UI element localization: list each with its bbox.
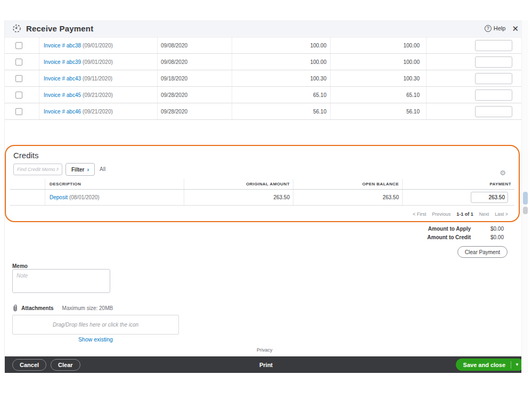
credit-row: Deposit(08/01/2020) 263.50 263.50 [10,190,514,206]
pagination-range: 1-1 of 1 [456,211,473,217]
print-button[interactable]: Print [250,362,282,368]
outstanding-transactions-table: Invoice # abc38(09/01/2020) 09/08/2020 1… [5,37,527,120]
invoice-row-checkbox[interactable] [15,42,22,49]
open-balance: 100.30 [331,70,427,86]
save-and-close-button[interactable]: Save and close ▼ [456,359,524,371]
open-balance: 65.10 [331,87,427,103]
show-existing-link[interactable]: Show existing [12,336,179,343]
due-date: 09/28/2020 [158,87,232,103]
due-date: 09/28/2020 [158,103,232,119]
deposit-date: (08/01/2020) [69,194,100,200]
scrollbar-thumb[interactable] [523,192,528,205]
clear-payment-button[interactable]: Clear Payment [457,246,508,258]
invoice-link[interactable]: Invoice # abc43 [44,76,81,82]
footer-bar: Cancel Clear Print Save and close ▼ [5,356,527,373]
deposit-link[interactable]: Deposit [50,194,68,200]
table-row: Invoice # abc43(09/11/2020) 09/18/2020 1… [5,70,527,87]
credits-table-header: DESCRIPTION ORIGINAL AMOUNT OPEN BALANCE… [10,179,514,190]
clear-button[interactable]: Clear [51,359,80,371]
dialog-header: Receive Payment ? Help ✕ [5,20,527,36]
open-balance: 100.00 [331,54,427,70]
chevron-right-icon: › [87,166,89,173]
memo-label: Memo [12,263,28,269]
payment-input[interactable] [475,40,512,51]
credits-table: DESCRIPTION ORIGINAL AMOUNT OPEN BALANCE… [10,179,514,206]
payment-input[interactable] [475,89,512,101]
page-title: Receive Payment [26,24,93,33]
pagination-last[interactable]: Last > [495,211,508,217]
invoice-row-checkbox[interactable] [15,75,22,82]
open-balance: 100.00 [331,37,427,53]
open-balance: 56.10 [331,103,427,119]
table-row: Invoice # abc46(09/21/2020) 09/28/2020 5… [5,103,527,120]
invoice-row-checkbox[interactable] [15,59,22,66]
pagination-next[interactable]: Next [479,211,489,217]
vertical-scrollbar[interactable] [521,20,528,373]
col-payment: PAYMENT [403,179,514,189]
attachments-max-size: Maximum size: 20MB [62,305,113,311]
recent-transactions-clock-icon[interactable] [12,24,21,33]
filter-button[interactable]: Filter › [66,163,95,176]
due-date: 09/08/2020 [158,54,232,70]
scrollbar-thumb[interactable] [523,207,528,214]
original-amount: 100.30 [232,70,331,86]
credits-panel: Credits Filter › All ⚙ DESCRIPTION ORIGI… [5,145,520,222]
pagination-previous[interactable]: Previous [432,211,451,217]
close-icon[interactable]: ✕ [511,25,520,32]
original-amount: 100.00 [232,37,331,53]
help-button[interactable]: ? Help [485,25,506,32]
table-row: Invoice # abc45(09/21/2020) 09/28/2020 6… [5,87,527,103]
invoice-link[interactable]: Invoice # abc46 [44,109,81,115]
paperclip-icon [12,304,18,312]
table-row: Invoice # abc39(09/01/2020) 09/08/2020 1… [5,54,527,70]
invoice-link[interactable]: Invoice # abc39 [44,59,81,65]
pagination-first[interactable]: < First [413,211,426,217]
amount-to-apply-label: Amount to Apply [428,226,471,232]
due-date: 09/18/2020 [158,70,232,86]
gear-icon[interactable]: ⚙ [500,169,506,176]
attachments-label: Attachments [21,305,54,311]
invoice-row-checkbox[interactable] [15,92,22,99]
amounts-summary: Amount to Apply $0.00 Amount to Credit $… [427,226,504,240]
original-amount: 100.00 [232,54,331,70]
credits-title: Credits [13,151,39,160]
invoice-date: (09/01/2020) [83,43,113,48]
help-icon: ? [485,25,492,32]
amount-to-apply-value: $0.00 [471,226,504,232]
due-date: 09/08/2020 [158,37,232,53]
amount-to-credit-value: $0.00 [471,234,504,240]
col-original-amount: ORIGINAL AMOUNT [184,179,293,189]
attachments-header: Attachments Maximum size: 20MB [12,304,113,312]
payment-input[interactable] [475,56,512,68]
invoice-date: (09/01/2020) [83,59,113,65]
credit-original-amount: 263.50 [184,190,293,205]
filter-all-label: All [100,166,105,172]
credits-pagination: < First Previous 1-1 of 1 Next Last > [6,211,519,217]
amount-to-credit-label: Amount to Credit [427,234,471,240]
attachments-dropzone[interactable]: Drag/Drop files here or click the icon [12,315,179,335]
payment-input[interactable] [475,73,512,84]
invoice-link[interactable]: Invoice # abc45 [44,92,81,98]
original-amount: 56.10 [232,103,331,119]
col-description: DESCRIPTION [45,179,184,189]
credit-payment-input[interactable] [471,192,508,203]
invoice-date: (09/21/2020) [83,109,113,115]
invoice-date: (09/11/2020) [83,76,112,82]
invoice-link[interactable]: Invoice # abc38 [44,43,81,48]
invoice-date: (09/21/2020) [83,92,113,98]
original-amount: 65.10 [232,87,331,103]
col-open-balance: OPEN BALANCE [293,179,403,189]
receive-payment-page: Receive Payment ? Help ✕ Invoice # abc38… [0,0,532,399]
credit-open-balance: 263.50 [293,190,403,205]
privacy-link[interactable]: Privacy [257,347,273,353]
receive-payment-dialog: Receive Payment ? Help ✕ Invoice # abc38… [4,20,528,373]
invoice-row-checkbox[interactable] [15,108,22,115]
payment-input[interactable] [475,106,512,117]
find-credit-memo-input[interactable] [13,164,62,175]
cancel-button[interactable]: Cancel [12,359,46,371]
memo-textarea[interactable] [12,269,110,293]
table-row: Invoice # abc38(09/01/2020) 09/08/2020 1… [5,37,527,54]
